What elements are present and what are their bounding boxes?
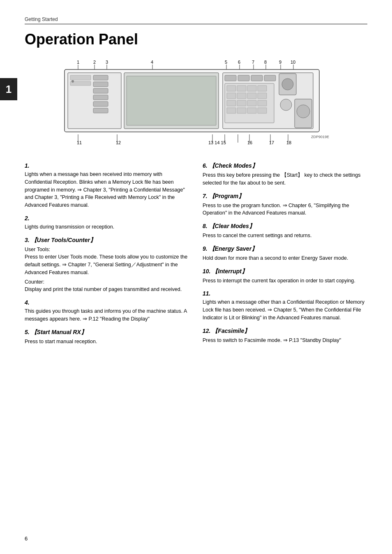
svg-text:3: 3 — [106, 60, 108, 65]
content-columns: 1. Lights when a message has been receiv… — [25, 162, 367, 351]
section-1-body: Lights when a message has been received … — [25, 171, 189, 209]
section-11-number: 11. — [203, 290, 367, 297]
section-7-title: 7. 【Program】 — [203, 193, 367, 200]
svg-text:6: 6 — [238, 60, 240, 65]
svg-rect-26 — [93, 82, 108, 87]
section-2-number: 2. — [25, 215, 189, 222]
section-3-subtitle-counter: Counter: — [25, 278, 189, 286]
svg-point-39 — [282, 78, 293, 90]
section-6-title: 6. 【Check Modes】 — [203, 162, 367, 170]
svg-rect-55 — [247, 108, 256, 113]
chapter-tab: 1 — [0, 78, 17, 100]
right-column: 6. 【Check Modes】 Press this key before p… — [203, 162, 367, 351]
svg-text:10: 10 — [291, 60, 295, 65]
section-5-title: 5. 【Start Manual RX】 — [25, 329, 189, 336]
section-12-title: 12. 【Facsimile】 — [203, 328, 367, 335]
section-4: 4. This guides you through tasks and inf… — [25, 299, 189, 323]
svg-rect-25 — [93, 75, 108, 80]
section-7: 7. 【Program】 Press to use the program fu… — [203, 193, 367, 217]
section-4-body: This guides you through tasks and inform… — [25, 307, 189, 323]
svg-text:12: 12 — [116, 140, 121, 145]
svg-rect-48 — [258, 93, 267, 99]
svg-rect-50 — [237, 100, 246, 106]
svg-rect-21 — [68, 73, 121, 129]
svg-text:8: 8 — [264, 60, 267, 65]
svg-rect-36 — [251, 75, 263, 81]
svg-text:11: 11 — [77, 140, 82, 145]
section-3-title: 3. 【User Tools/Counter】 — [25, 237, 189, 244]
svg-rect-42 — [237, 85, 246, 91]
svg-rect-29 — [93, 102, 108, 106]
svg-rect-47 — [247, 93, 256, 99]
svg-rect-46 — [237, 93, 246, 99]
section-2: 2. Lights during transmission or recepti… — [25, 215, 189, 231]
svg-text:18: 18 — [286, 140, 291, 145]
section-9-body: Hold down for more than a second to ente… — [203, 254, 367, 262]
section-3-subtitle-user: User Tools: — [25, 246, 189, 254]
section-3-body-counter: Display and print the total number of pa… — [25, 286, 189, 293]
section-8-title: 8. 【Clear Modes】 — [203, 223, 367, 230]
svg-rect-34 — [225, 75, 236, 81]
svg-rect-44 — [258, 85, 267, 91]
svg-text:5: 5 — [225, 60, 227, 65]
section-10-body: Press to interrupt the current fax opera… — [203, 277, 367, 285]
page-number: 6 — [25, 536, 28, 542]
svg-point-59 — [297, 105, 310, 118]
section-4-number: 4. — [25, 299, 189, 306]
svg-rect-53 — [227, 108, 236, 113]
section-11-body: Lights when a message other than a Confi… — [203, 298, 367, 321]
left-column: 1. Lights when a message has been receiv… — [25, 162, 189, 351]
svg-rect-45 — [227, 93, 236, 99]
section-10: 10. 【Interrupt】 Press to interrupt the c… — [203, 268, 367, 285]
section-12-body: Press to switch to Facsimile mode. ⇒ P.1… — [203, 337, 367, 344]
section-8-body: Press to cancel the current settings and… — [203, 232, 367, 240]
section-6: 6. 【Check Modes】 Press this key before p… — [203, 162, 367, 187]
svg-text:17: 17 — [269, 140, 274, 145]
section-5-body: Press to start manual reception. — [25, 338, 189, 346]
svg-rect-43 — [247, 85, 256, 91]
section-2-body: Lights during transmission or reception. — [25, 223, 189, 231]
section-9-title: 9. 【Energy Saver】 — [203, 245, 367, 253]
svg-rect-56 — [258, 108, 267, 113]
svg-text:2: 2 — [93, 60, 96, 65]
svg-text:16: 16 — [247, 140, 252, 145]
section-9: 9. 【Energy Saver】 Hold down for more tha… — [203, 245, 367, 262]
svg-point-24 — [71, 80, 74, 83]
svg-text:9: 9 — [279, 60, 281, 65]
section-6-body: Press this key before pressing the 【Star… — [203, 171, 367, 187]
svg-rect-32 — [127, 76, 216, 125]
section-1-number: 1. — [25, 162, 189, 169]
svg-text:7: 7 — [252, 60, 254, 65]
svg-rect-41 — [227, 85, 236, 91]
svg-rect-27 — [93, 88, 108, 93]
section-10-title: 10. 【Interrupt】 — [203, 268, 367, 275]
svg-rect-52 — [258, 100, 267, 106]
svg-rect-54 — [237, 108, 246, 113]
section-12: 12. 【Facsimile】 Press to switch to Facsi… — [203, 328, 367, 344]
section-3: 3. 【User Tools/Counter】 User Tools: Pres… — [25, 237, 189, 294]
section-7-body: Press to use the program function. ⇒ Cha… — [203, 202, 367, 217]
svg-text:4: 4 — [151, 60, 153, 65]
section-11: 11. Lights when a message other than a C… — [203, 290, 367, 321]
svg-rect-35 — [238, 75, 249, 81]
svg-rect-30 — [93, 108, 108, 113]
breadcrumb: Getting Started — [25, 16, 367, 24]
section-1: 1. Lights when a message has been receiv… — [25, 162, 189, 209]
operation-panel-diagram: 1 2 3 4 5 6 7 8 9 10 — [25, 58, 367, 152]
svg-rect-22 — [70, 75, 91, 80]
section-3-body-user: Press to enter User Tools mode. These to… — [25, 253, 189, 276]
svg-text:ZDP9019E: ZDP9019E — [311, 135, 329, 139]
section-5: 5. 【Start Manual RX】 Press to start manu… — [25, 329, 189, 346]
panel-diagram-svg: 1 2 3 4 5 6 7 8 9 10 — [52, 58, 340, 152]
section-8: 8. 【Clear Modes】 Press to cancel the cur… — [203, 223, 367, 240]
svg-text:13 14 15: 13 14 15 — [208, 140, 226, 145]
page-title: Operation Panel — [25, 31, 367, 48]
svg-rect-57 — [280, 99, 292, 111]
svg-rect-49 — [227, 100, 236, 106]
svg-text:1: 1 — [77, 60, 79, 65]
svg-rect-37 — [264, 75, 276, 81]
svg-rect-51 — [247, 100, 256, 106]
svg-rect-28 — [93, 95, 108, 100]
